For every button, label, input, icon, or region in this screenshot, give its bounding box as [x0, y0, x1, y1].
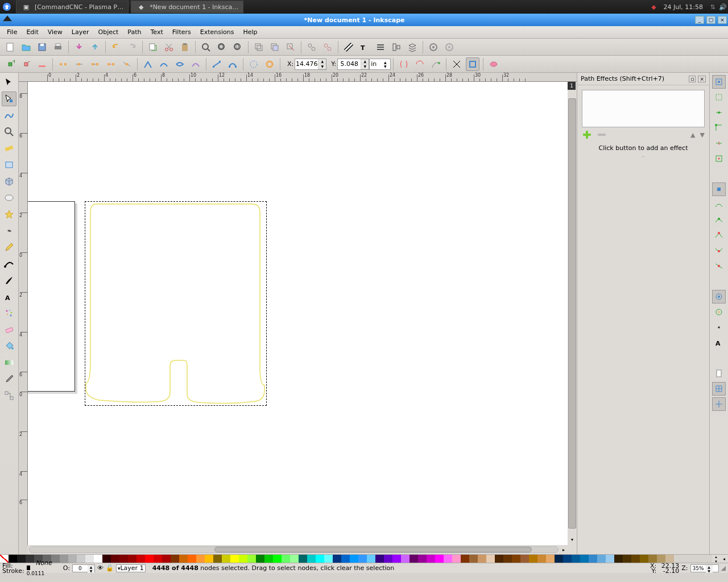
scrollbar-vertical[interactable]: 1 ▾ — [568, 82, 577, 545]
color-swatch[interactable] — [623, 555, 631, 563]
delete-segment-button[interactable] — [35, 57, 49, 71]
snap-text-baseline-button[interactable]: A — [712, 336, 726, 350]
show-clip-button[interactable] — [397, 57, 411, 71]
color-swatch[interactable] — [136, 555, 145, 563]
color-swatch[interactable] — [17, 555, 26, 563]
color-swatch[interactable] — [631, 555, 640, 563]
node-symmetric-button[interactable] — [173, 57, 187, 71]
color-swatch[interactable] — [512, 555, 520, 563]
color-swatch[interactable] — [350, 555, 358, 563]
zoom-page-button[interactable] — [231, 40, 245, 54]
palette-menu-button[interactable]: ◂ — [720, 555, 728, 563]
clone-button[interactable] — [268, 40, 282, 54]
pencil-tool[interactable] — [2, 240, 16, 255]
move-up-button[interactable]: ▲ — [690, 131, 695, 139]
opacity-input[interactable]: ▲▼ — [72, 564, 95, 572]
ellipse-tool[interactable] — [2, 190, 16, 205]
task-commandcnc[interactable]: ▣ [CommandCNC - Plasma P… — [16, 1, 129, 13]
maximize-button[interactable]: ▢ — [706, 16, 715, 24]
color-swatch[interactable] — [469, 555, 478, 563]
move-down-button[interactable]: ▼ — [700, 131, 705, 139]
color-swatch[interactable] — [299, 555, 307, 563]
zoom-tool[interactable] — [2, 124, 16, 139]
calligraphy-tool[interactable] — [2, 273, 16, 288]
coord-y-input[interactable]: ▲▼ — [337, 59, 369, 70]
gradient-tool[interactable] — [2, 355, 16, 370]
join-segment-button[interactable] — [88, 57, 102, 71]
color-swatch[interactable] — [427, 555, 435, 563]
color-swatch[interactable] — [640, 555, 648, 563]
next-path-effect-button[interactable] — [429, 57, 442, 71]
clock[interactable]: 24 Jul, 11:58 — [659, 3, 708, 11]
notification-icon[interactable]: ◆ — [649, 2, 659, 12]
panel-close-icon[interactable]: × — [698, 76, 706, 82]
insert-node-button[interactable]: + — [3, 57, 17, 71]
color-swatch[interactable] — [102, 555, 111, 563]
show-handles-button[interactable] — [450, 57, 464, 71]
coord-x-input[interactable]: ▲▼ — [295, 59, 326, 70]
open-button[interactable] — [19, 40, 33, 54]
menu-path[interactable]: Path — [123, 27, 146, 37]
export-button[interactable] — [88, 40, 102, 54]
fill-value[interactable]: None — [27, 560, 61, 566]
menu-object[interactable]: Object — [94, 27, 123, 37]
color-swatch[interactable] — [256, 555, 264, 563]
snap-object-center-button[interactable] — [712, 305, 726, 319]
add-effect-button[interactable] — [582, 130, 592, 140]
color-swatch[interactable] — [205, 555, 213, 563]
panel-iconify-icon[interactable]: ▫ — [689, 76, 696, 82]
color-swatch[interactable] — [435, 555, 444, 563]
align-button[interactable] — [390, 40, 403, 54]
snap-center-button[interactable] — [712, 152, 726, 165]
color-swatch[interactable] — [546, 555, 555, 563]
canvas[interactable] — [28, 82, 568, 545]
node-tool[interactable] — [2, 92, 16, 106]
snap-edge-button[interactable] — [712, 106, 726, 119]
menu-text[interactable]: Text — [146, 27, 168, 37]
color-swatch[interactable] — [68, 555, 77, 563]
color-swatch[interactable] — [119, 555, 128, 563]
zoom-fit-button[interactable] — [199, 40, 213, 54]
box3d-tool[interactable] — [2, 174, 16, 189]
color-swatch[interactable] — [264, 555, 273, 563]
color-swatch[interactable] — [316, 555, 324, 563]
snap-midpoint-button[interactable] — [712, 136, 726, 150]
delete-node-button[interactable]: - — [19, 57, 33, 71]
spiral-tool[interactable] — [2, 223, 16, 238]
unlink-clone-button[interactable] — [284, 40, 297, 54]
snap-grid-button[interactable] — [712, 382, 726, 396]
new-button[interactable] — [3, 40, 17, 54]
lock-toggle-icon[interactable]: 🔓 — [106, 564, 114, 572]
color-swatch[interactable] — [60, 555, 68, 563]
text-dialog-button[interactable]: T — [358, 40, 371, 54]
snap-corner-button[interactable] — [712, 121, 726, 135]
color-swatch[interactable] — [665, 555, 674, 563]
color-swatch[interactable] — [213, 555, 222, 563]
save-button[interactable] — [35, 40, 49, 54]
color-swatch[interactable] — [239, 555, 247, 563]
color-swatch[interactable] — [171, 555, 179, 563]
segment-line-button[interactable] — [210, 57, 224, 71]
zoom-drawing-button[interactable] — [215, 40, 229, 54]
node-auto-button[interactable] — [189, 57, 202, 71]
color-swatch[interactable] — [495, 555, 503, 563]
object-to-path-button[interactable] — [247, 57, 260, 71]
paste-button[interactable] — [178, 40, 192, 54]
bucket-tool[interactable] — [2, 339, 16, 354]
color-swatch[interactable] — [247, 555, 256, 563]
rect-tool[interactable] — [2, 157, 16, 172]
color-swatch[interactable] — [589, 555, 597, 563]
undo-button[interactable] — [109, 40, 123, 54]
color-swatch[interactable] — [282, 555, 290, 563]
node-smooth-button[interactable] — [157, 57, 171, 71]
color-swatch[interactable] — [85, 555, 94, 563]
color-swatch[interactable] — [401, 555, 410, 563]
layer-select[interactable]: ▾ Layer 1 — [116, 564, 146, 572]
color-swatch[interactable] — [162, 555, 171, 563]
color-swatch[interactable] — [555, 555, 563, 563]
text-tool[interactable]: A — [2, 289, 16, 304]
color-swatch[interactable] — [478, 555, 486, 563]
break-node-button[interactable] — [56, 57, 70, 71]
menu-filters[interactable]: Filters — [168, 27, 196, 37]
color-swatch[interactable] — [520, 555, 529, 563]
